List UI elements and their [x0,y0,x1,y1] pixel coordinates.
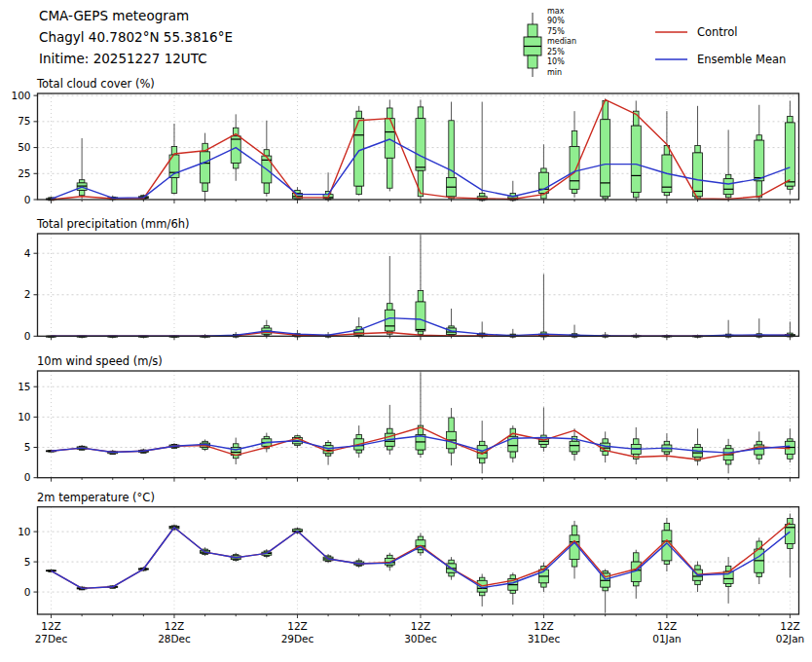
panel-title-cloud: Total cloud cover (%) [37,77,155,91]
x-tick-label: 12Z29Dec [264,620,332,644]
svg-text:100: 100 [11,90,30,101]
legend-stat-25: 25% [547,48,576,57]
figure-title: CMA-GEPS meteogram [39,8,189,23]
svg-text:0: 0 [24,194,31,205]
svg-text:5: 5 [24,556,31,568]
legend-stat-90: 90% [547,17,576,26]
legend-stat-max: max [547,7,576,17]
svg-text:10: 10 [18,411,30,423]
panel-title-precip: Total precipitation (mm/6h) [37,217,189,231]
svg-text:0: 0 [24,471,31,483]
legend-box-stats: max 90% 75% median 25% 10% min [547,7,576,78]
svg-text:5: 5 [24,441,31,453]
x-tick-label: 12Z27Dec [18,620,86,644]
x-tick-label: 12Z01Jan [633,620,701,644]
x-tick-label: 12Z02Jan [757,620,812,644]
station-location: Chagyl 40.7802°N 55.3816°E [39,29,233,45]
x-tick-label: 12Z30Dec [387,620,455,644]
svg-text:10: 10 [18,526,30,537]
legend-stat-75: 75% [547,27,576,37]
init-time: Initime: 20251227 12UTC [39,51,207,66]
svg-text:15: 15 [18,381,30,392]
svg-text:50: 50 [18,141,30,153]
legend-stat-median: median [547,37,576,47]
panel-title-temp: 2m temperature (°C) [37,491,155,504]
x-tick-label: 12Z28Dec [140,620,208,644]
svg-text:2: 2 [24,288,31,300]
legend-stat-10: 10% [547,57,576,67]
svg-text:0: 0 [24,330,31,342]
svg-text:25: 25 [18,167,30,179]
legend-ensemble-label: Ensemble Mean [697,53,786,66]
panel-title-wind: 10m wind speed (m/s) [37,354,163,368]
x-tick-label: 12Z31Dec [510,620,578,644]
legend-control-label: Control [697,25,738,39]
meteogram-canvas: 02550751000240510150510 [0,0,812,662]
svg-text:75: 75 [18,115,30,127]
legend-stat-min: min [547,68,576,78]
meteogram-figure: 02550751000240510150510 CMA-GEPS meteogr… [0,0,812,662]
svg-text:4: 4 [24,247,31,259]
svg-text:0: 0 [24,586,31,598]
